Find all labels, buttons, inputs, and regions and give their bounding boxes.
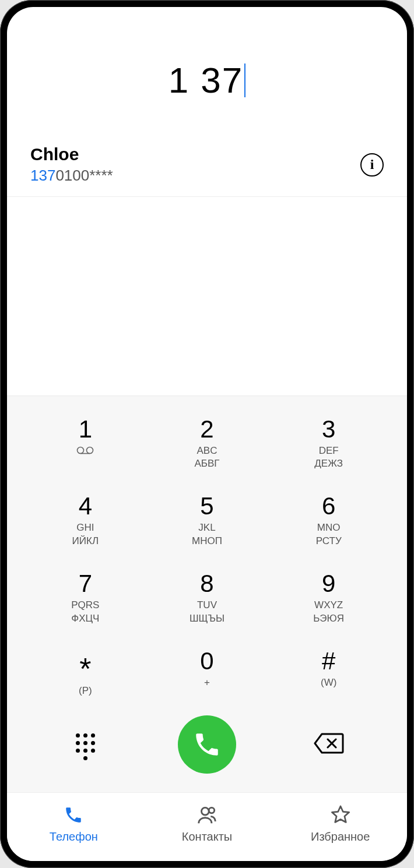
- keypad: 1 2 ABC АБВГ 3 DEF ДЕЖЗ 4 GHI: [24, 408, 390, 705]
- key-sub2: ЬЭЮЯ: [268, 613, 390, 624]
- phone-tab-icon: [7, 803, 141, 827]
- svg-point-6: [209, 807, 215, 813]
- suggestion-number-rest: 0100****: [55, 167, 113, 184]
- key-2[interactable]: 2 ABC АБВГ: [146, 408, 268, 478]
- phone-frame: 1 37 Chloe 1370100**** i 1: [0, 0, 414, 868]
- key-5[interactable]: 5 JKL МНОП: [146, 485, 268, 555]
- tab-label: Контакты: [141, 830, 274, 844]
- key-3[interactable]: 3 DEF ДЕЖЗ: [268, 408, 390, 478]
- svg-point-5: [202, 807, 209, 815]
- tab-contacts[interactable]: Контакты: [141, 803, 274, 844]
- key-9[interactable]: 9 WXYZ ЬЭЮЯ: [268, 562, 390, 633]
- action-row: [24, 705, 390, 786]
- call-button[interactable]: [178, 715, 236, 774]
- key-sub1: ABC: [146, 445, 268, 457]
- key-sub2: ШЩЪЫ: [146, 613, 268, 624]
- key-digit: 3: [268, 417, 390, 442]
- svg-point-1: [87, 447, 93, 453]
- suggestion-number-match: 137: [30, 167, 55, 184]
- key-sub1: PQRS: [24, 599, 146, 611]
- key-sub2: АБВГ: [146, 458, 268, 470]
- key-sub1: (P): [24, 685, 146, 697]
- key-hash[interactable]: # (W): [268, 640, 390, 705]
- key-6[interactable]: 6 MNO РСТУ: [268, 485, 390, 555]
- key-digit: #: [268, 649, 390, 673]
- key-sub1: MNO: [268, 522, 390, 534]
- key-sub1: WXYZ: [268, 599, 390, 611]
- screen: 1 37 Chloe 1370100**** i 1: [7, 7, 407, 861]
- key-7[interactable]: 7 PQRS ФХЦЧ: [24, 562, 146, 633]
- key-sub1: TUV: [146, 599, 268, 611]
- backspace-button[interactable]: [268, 732, 390, 757]
- bottom-tabs: Телефон Контакты Избранное: [7, 792, 407, 861]
- key-digit: 2: [146, 417, 268, 442]
- suggestion-number: 1370100****: [30, 167, 113, 185]
- key-8[interactable]: 8 TUV ШЩЪЫ: [146, 562, 268, 633]
- key-sub2: МНОП: [146, 535, 268, 547]
- dialer-display-area: 1 37 Chloe 1370100**** i: [7, 7, 407, 197]
- key-sub1: GHI: [24, 522, 146, 534]
- key-sub1: DEF: [268, 445, 390, 457]
- key-digit: 7: [24, 571, 146, 596]
- key-digit: 8: [146, 571, 268, 596]
- dialed-number[interactable]: 1 37: [7, 59, 407, 101]
- star-tab-icon: [273, 803, 407, 827]
- voicemail-icon: [76, 444, 94, 457]
- dialed-number-text: 1 37: [169, 60, 244, 100]
- keypad-area: 1 2 ABC АБВГ 3 DEF ДЕЖЗ 4 GHI: [7, 396, 407, 792]
- key-digit: *: [24, 649, 146, 682]
- key-sub1: (W): [268, 677, 390, 689]
- key-star[interactable]: * (P): [24, 640, 146, 705]
- key-sub1: JKL: [146, 522, 268, 534]
- key-digit: 1: [24, 417, 146, 442]
- suggestion-text: Chloe 1370100****: [30, 144, 113, 185]
- key-digit: 0: [146, 649, 268, 673]
- backspace-icon: [314, 732, 344, 754]
- tab-label: Телефон: [7, 830, 141, 844]
- info-icon[interactable]: i: [360, 153, 384, 177]
- key-digit: 5: [146, 494, 268, 518]
- tab-favorites[interactable]: Избранное: [273, 803, 407, 844]
- key-sub2: ИЙКЛ: [24, 535, 146, 547]
- key-sub1: +: [146, 677, 268, 689]
- key-digit: 9: [268, 571, 390, 596]
- collapse-keypad-button[interactable]: [24, 729, 146, 760]
- phone-icon: [192, 730, 222, 759]
- spacer: [7, 197, 407, 396]
- contact-suggestion[interactable]: Chloe 1370100**** i: [7, 144, 407, 197]
- suggestion-name: Chloe: [30, 144, 113, 164]
- tab-label: Избранное: [273, 830, 407, 844]
- svg-point-0: [78, 447, 84, 453]
- keypad-dots-icon: [76, 733, 95, 760]
- key-sub2: ДЕЖЗ: [268, 458, 390, 470]
- key-digit: 4: [24, 494, 146, 518]
- key-0[interactable]: 0 +: [146, 640, 268, 705]
- key-sub2: РСТУ: [268, 535, 390, 547]
- text-cursor: [244, 63, 245, 97]
- key-4[interactable]: 4 GHI ИЙКЛ: [24, 485, 146, 555]
- key-sub2: ФХЦЧ: [24, 613, 146, 624]
- key-1[interactable]: 1: [24, 408, 146, 478]
- key-digit: 6: [268, 494, 390, 518]
- tab-phone[interactable]: Телефон: [7, 803, 141, 844]
- contacts-tab-icon: [141, 803, 274, 827]
